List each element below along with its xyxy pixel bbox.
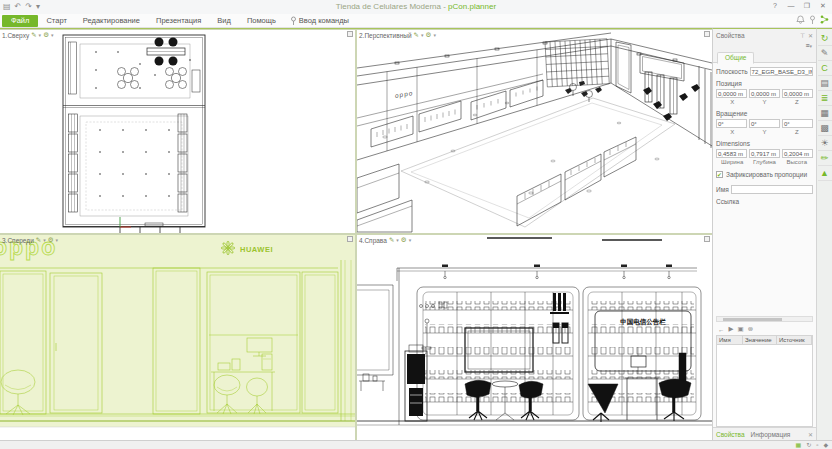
sync-icon[interactable]: ↻ [818,31,832,46]
pin-icon [290,16,297,25]
title-separator: - [441,2,448,11]
menu-edit[interactable]: Редактирование [75,15,148,27]
right-tool-rail: ↻ ✎ C ▤ ≣ ▦ ▩ ☀ ✏ ▲ [816,28,832,440]
more-status-icon[interactable]: ◆ [823,441,828,449]
chevron-down-icon[interactable]: ▾ [433,32,436,38]
bell-icon[interactable] [796,15,805,24]
scrollbar-thumb[interactable] [723,318,782,321]
perspective-drawing: oppo [357,30,712,233]
axis-z-label: Z [781,129,813,135]
help-button[interactable]: ? [768,0,782,12]
viewport-label: 1.Сверху ✎▾ ⚙▾ [2,31,53,39]
delete-icon[interactable]: ⊗ [748,325,753,333]
chevron-down-icon[interactable]: ▾ [421,32,424,38]
rotation-z-field[interactable]: 0° [782,119,813,128]
render-mode-pen-icon[interactable]: ✎ [389,236,394,244]
close-button[interactable]: ✕ [816,0,830,12]
tab-information[interactable]: Информация [751,431,791,438]
restore-button[interactable]: ❐ [800,0,814,12]
draw-icon[interactable]: ✏ [818,151,832,166]
viewport-right-view[interactable]: 中国电信公告栏 [357,235,712,441]
cursor-icon[interactable]: ▶ [729,325,734,333]
rotation-x-field[interactable]: 0° [716,119,747,128]
rotation-y-field[interactable]: 0° [749,119,780,128]
viewport-settings-gear-icon[interactable]: ⚙ [401,236,407,244]
chevron-down-icon[interactable]: ▾ [409,237,412,243]
viewport-perspective-view[interactable]: oppo 2.Перспективный ✎▾ ⚙▾ [357,30,712,233]
chevron-down-icon[interactable]: ▾ [51,32,54,38]
info-toolbar: ← ▶ ▣ ⊗ [716,324,813,334]
materials-icon[interactable]: ▦ [818,106,832,121]
viewport-label: 3.Спереди ✎▾ ⚙▾ [2,236,58,244]
maximize-viewport-icon[interactable] [704,236,710,242]
light-settings-icon[interactable]: ☀ [818,136,832,151]
chevron-down-icon[interactable]: ▾ [39,32,42,38]
maximize-viewport-icon[interactable] [704,31,710,37]
chevron-down-icon[interactable]: ▾ [43,237,46,243]
textures-icon[interactable]: ▩ [818,121,832,136]
plane-value-field[interactable]: 72_EGR_BASE_D3_IMPOR [750,67,813,76]
menu-file[interactable]: Файл [2,15,38,27]
display-icon[interactable]: ▫ [816,441,818,449]
horizontal-scrollbar[interactable] [716,316,813,322]
pcon-catalog-icon[interactable]: C [818,61,832,76]
panel-menu-icon[interactable]: ≡▾ [713,41,816,51]
menu-start[interactable]: Старт [38,15,74,27]
close-tab-icon[interactable]: ✕ [808,431,813,438]
menu-presentation[interactable]: Презентация [148,15,209,27]
viewport-top-view[interactable]: 1.Сверху ✎▾ ⚙▾ [0,30,355,233]
oppo-sign-perspective: oppo [395,89,413,100]
maximize-viewport-icon[interactable] [347,31,353,37]
render-mode-pen-icon[interactable]: ✎ [31,31,36,39]
close-panel-icon[interactable]: ✕ [808,32,813,39]
name-field[interactable] [731,185,813,194]
media-image-icon[interactable]: ▲ [818,166,832,181]
chevron-down-icon[interactable]: ▾ [56,237,59,243]
menu-view[interactable]: Вид [209,15,239,27]
tab-general[interactable]: Общие [717,52,754,64]
layers-icon[interactable]: ≣ [818,91,832,106]
annotate-pen-icon[interactable]: ✎ [818,46,832,61]
attributes-table: Имя Значение Источник [716,335,813,427]
height-field[interactable]: 0,2004 m [782,149,813,158]
position-x-field[interactable]: 0,0000 m [716,89,747,98]
column-name[interactable]: Имя [717,336,743,344]
viewport-settings-gear-icon[interactable]: ⚙ [426,31,432,39]
menu-help[interactable]: Помощь [239,15,284,27]
plane-label: Плоскость [716,68,748,75]
properties-panel: Свойства ⊤ ✕ ≡▾ Общие Плоскость 72_EGR_B… [712,28,816,440]
column-source[interactable]: Источник [777,336,812,344]
viewport-title: 2.Перспективный [359,32,412,39]
column-value[interactable]: Значение [743,336,777,344]
lock-proportions-checkbox[interactable]: ✔ [716,171,723,178]
refresh-icon[interactable]: ↻ [806,441,811,449]
depth-field[interactable]: 0,7917 m [749,149,780,158]
position-z-field[interactable]: 0,0000 m [782,89,813,98]
render-mode-pen-icon[interactable]: ✎ [36,236,41,244]
command-entry[interactable]: Ввод команды [290,16,349,25]
plan-drawing [0,30,355,233]
depth-label: Глубина [748,159,780,165]
chevron-down-icon: ▾ [809,43,812,49]
position-y-field[interactable]: 0,0000 m [749,89,780,98]
render-mode-pen-icon[interactable]: ✎ [414,31,419,39]
back-icon[interactable]: ← [718,326,725,333]
width-field[interactable]: 0,4583 m [716,149,747,158]
attributes-table-body[interactable] [717,345,812,426]
tab-properties[interactable]: Свойства [716,431,745,438]
copy-icon[interactable]: ▣ [738,325,744,333]
chevron-down-icon[interactable]: ▾ [396,237,399,243]
pin-panel-icon[interactable]: ⊤ [800,32,805,39]
viewport-settings-gear-icon[interactable]: ⚙ [48,236,54,244]
axis-x-label: X [716,129,748,135]
share-icon[interactable] [820,15,829,24]
viewport-front-view[interactable]: oppo HUAWEI [0,235,355,441]
maximize-viewport-icon[interactable] [347,236,353,242]
viewport-settings-gear-icon[interactable]: ⚙ [43,31,49,39]
drawer-icon[interactable]: ▤ [818,76,832,91]
pin-icon[interactable] [809,15,816,24]
minimize-button[interactable]: — [784,0,798,12]
right-elevation-drawing: 中国电信公告栏 [357,235,712,441]
render-status-icon[interactable]: ▦ [796,441,802,449]
lock-proportions-label: Зафиксировать пропорции [726,171,807,178]
